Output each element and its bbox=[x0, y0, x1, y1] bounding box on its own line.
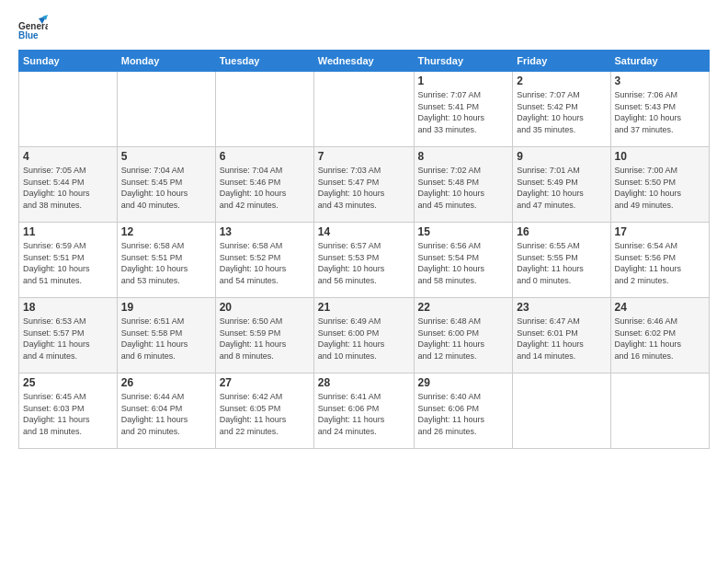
calendar-cell: 10Sunrise: 7:00 AM Sunset: 5:50 PM Dayli… bbox=[610, 147, 709, 223]
day-info: Sunrise: 6:56 AM Sunset: 5:54 PM Dayligh… bbox=[418, 240, 509, 286]
weekday-header-wednesday: Wednesday bbox=[313, 51, 414, 72]
day-number: 28 bbox=[318, 376, 410, 389]
calendar-table: SundayMondayTuesdayWednesdayThursdayFrid… bbox=[18, 50, 710, 449]
calendar-cell: 12Sunrise: 6:58 AM Sunset: 5:51 PM Dayli… bbox=[117, 223, 215, 298]
calendar-cell: 26Sunrise: 6:44 AM Sunset: 6:04 PM Dayli… bbox=[117, 373, 215, 449]
calendar-cell: 18Sunrise: 6:53 AM Sunset: 5:57 PM Dayli… bbox=[19, 298, 118, 373]
calendar-cell: 15Sunrise: 6:56 AM Sunset: 5:54 PM Dayli… bbox=[414, 223, 513, 298]
day-number: 7 bbox=[318, 150, 410, 163]
calendar-cell bbox=[610, 373, 709, 449]
day-number: 21 bbox=[318, 301, 410, 314]
day-number: 26 bbox=[121, 376, 211, 389]
calendar-cell: 16Sunrise: 6:55 AM Sunset: 5:55 PM Dayli… bbox=[513, 223, 610, 298]
day-info: Sunrise: 6:48 AM Sunset: 6:00 PM Dayligh… bbox=[418, 316, 509, 362]
calendar-cell: 8Sunrise: 7:02 AM Sunset: 5:48 PM Daylig… bbox=[414, 147, 513, 223]
logo: General Blue bbox=[18, 15, 51, 44]
svg-text:Blue: Blue bbox=[18, 30, 39, 40]
day-info: Sunrise: 7:03 AM Sunset: 5:47 PM Dayligh… bbox=[318, 165, 410, 211]
day-info: Sunrise: 6:41 AM Sunset: 6:06 PM Dayligh… bbox=[318, 391, 410, 437]
day-number: 4 bbox=[23, 150, 113, 163]
calendar-cell: 6Sunrise: 7:04 AM Sunset: 5:46 PM Daylig… bbox=[215, 147, 313, 223]
calendar-cell: 19Sunrise: 6:51 AM Sunset: 5:58 PM Dayli… bbox=[117, 298, 215, 373]
day-info: Sunrise: 6:44 AM Sunset: 6:04 PM Dayligh… bbox=[121, 391, 211, 437]
day-info: Sunrise: 6:53 AM Sunset: 5:57 PM Dayligh… bbox=[23, 316, 113, 362]
calendar-cell: 28Sunrise: 6:41 AM Sunset: 6:06 PM Dayli… bbox=[313, 373, 414, 449]
calendar-cell: 23Sunrise: 6:47 AM Sunset: 6:01 PM Dayli… bbox=[513, 298, 610, 373]
day-info: Sunrise: 6:49 AM Sunset: 6:00 PM Dayligh… bbox=[318, 316, 410, 362]
day-number: 29 bbox=[418, 376, 509, 389]
day-info: Sunrise: 6:58 AM Sunset: 5:52 PM Dayligh… bbox=[220, 240, 310, 286]
weekday-header-sunday: Sunday bbox=[19, 51, 118, 72]
day-info: Sunrise: 7:02 AM Sunset: 5:48 PM Dayligh… bbox=[418, 165, 509, 211]
calendar-week-1: 1Sunrise: 7:07 AM Sunset: 5:41 PM Daylig… bbox=[19, 72, 710, 147]
calendar-cell: 7Sunrise: 7:03 AM Sunset: 5:47 PM Daylig… bbox=[313, 147, 414, 223]
calendar-week-5: 25Sunrise: 6:45 AM Sunset: 6:03 PM Dayli… bbox=[19, 373, 710, 449]
day-info: Sunrise: 6:40 AM Sunset: 6:06 PM Dayligh… bbox=[418, 391, 509, 437]
day-info: Sunrise: 7:06 AM Sunset: 5:43 PM Dayligh… bbox=[615, 89, 705, 135]
day-info: Sunrise: 6:51 AM Sunset: 5:58 PM Dayligh… bbox=[121, 316, 211, 362]
day-number: 11 bbox=[23, 225, 113, 238]
calendar-cell: 1Sunrise: 7:07 AM Sunset: 5:41 PM Daylig… bbox=[414, 72, 513, 147]
day-number: 12 bbox=[121, 225, 211, 238]
day-number: 19 bbox=[121, 301, 211, 314]
calendar-week-3: 11Sunrise: 6:59 AM Sunset: 5:51 PM Dayli… bbox=[19, 223, 710, 298]
weekday-header-friday: Friday bbox=[513, 51, 610, 72]
day-number: 13 bbox=[220, 225, 310, 238]
calendar-cell bbox=[215, 72, 313, 147]
calendar-cell: 20Sunrise: 6:50 AM Sunset: 5:59 PM Dayli… bbox=[215, 298, 313, 373]
calendar-cell: 29Sunrise: 6:40 AM Sunset: 6:06 PM Dayli… bbox=[414, 373, 513, 449]
calendar-cell: 4Sunrise: 7:05 AM Sunset: 5:44 PM Daylig… bbox=[19, 147, 118, 223]
day-info: Sunrise: 6:58 AM Sunset: 5:51 PM Dayligh… bbox=[121, 240, 211, 286]
weekday-header-monday: Monday bbox=[117, 51, 215, 72]
day-info: Sunrise: 6:50 AM Sunset: 5:59 PM Dayligh… bbox=[220, 316, 310, 362]
calendar-cell: 22Sunrise: 6:48 AM Sunset: 6:00 PM Dayli… bbox=[414, 298, 513, 373]
calendar-week-4: 18Sunrise: 6:53 AM Sunset: 5:57 PM Dayli… bbox=[19, 298, 710, 373]
day-number: 20 bbox=[220, 301, 310, 314]
calendar-cell bbox=[513, 373, 610, 449]
day-info: Sunrise: 7:05 AM Sunset: 5:44 PM Dayligh… bbox=[23, 165, 113, 211]
day-number: 14 bbox=[318, 225, 410, 238]
calendar-week-2: 4Sunrise: 7:05 AM Sunset: 5:44 PM Daylig… bbox=[19, 147, 710, 223]
day-number: 22 bbox=[418, 301, 509, 314]
calendar-cell bbox=[19, 72, 118, 147]
calendar-cell: 2Sunrise: 7:07 AM Sunset: 5:42 PM Daylig… bbox=[513, 72, 610, 147]
weekday-header-tuesday: Tuesday bbox=[215, 51, 313, 72]
day-info: Sunrise: 7:07 AM Sunset: 5:42 PM Dayligh… bbox=[517, 89, 606, 135]
calendar-cell: 14Sunrise: 6:57 AM Sunset: 5:53 PM Dayli… bbox=[313, 223, 414, 298]
day-info: Sunrise: 7:04 AM Sunset: 5:45 PM Dayligh… bbox=[121, 165, 211, 211]
day-info: Sunrise: 6:54 AM Sunset: 5:56 PM Dayligh… bbox=[615, 240, 705, 286]
weekday-header-row: SundayMondayTuesdayWednesdayThursdayFrid… bbox=[19, 51, 710, 72]
header: General Blue bbox=[18, 15, 710, 44]
calendar-cell: 25Sunrise: 6:45 AM Sunset: 6:03 PM Dayli… bbox=[19, 373, 118, 449]
day-info: Sunrise: 7:07 AM Sunset: 5:41 PM Dayligh… bbox=[418, 89, 509, 135]
day-info: Sunrise: 6:42 AM Sunset: 6:05 PM Dayligh… bbox=[220, 391, 310, 437]
day-number: 9 bbox=[517, 150, 606, 163]
calendar-cell: 3Sunrise: 7:06 AM Sunset: 5:43 PM Daylig… bbox=[610, 72, 709, 147]
page-container: General Blue SundayMondayTuesdayWednesda… bbox=[0, 0, 728, 563]
day-number: 1 bbox=[418, 75, 509, 87]
calendar-cell: 21Sunrise: 6:49 AM Sunset: 6:00 PM Dayli… bbox=[313, 298, 414, 373]
day-info: Sunrise: 7:01 AM Sunset: 5:49 PM Dayligh… bbox=[517, 165, 606, 211]
day-number: 15 bbox=[418, 225, 509, 238]
calendar-cell: 9Sunrise: 7:01 AM Sunset: 5:49 PM Daylig… bbox=[513, 147, 610, 223]
day-number: 8 bbox=[418, 150, 509, 163]
day-number: 25 bbox=[23, 376, 113, 389]
day-number: 16 bbox=[517, 225, 606, 238]
day-number: 23 bbox=[517, 301, 606, 314]
day-info: Sunrise: 7:04 AM Sunset: 5:46 PM Dayligh… bbox=[220, 165, 310, 211]
calendar-cell: 17Sunrise: 6:54 AM Sunset: 5:56 PM Dayli… bbox=[610, 223, 709, 298]
calendar-cell bbox=[313, 72, 414, 147]
day-info: Sunrise: 6:55 AM Sunset: 5:55 PM Dayligh… bbox=[517, 240, 606, 286]
weekday-header-saturday: Saturday bbox=[610, 51, 709, 72]
day-info: Sunrise: 6:46 AM Sunset: 6:02 PM Dayligh… bbox=[615, 316, 705, 362]
day-info: Sunrise: 6:59 AM Sunset: 5:51 PM Dayligh… bbox=[23, 240, 113, 286]
weekday-header-thursday: Thursday bbox=[414, 51, 513, 72]
day-number: 10 bbox=[615, 150, 705, 163]
day-number: 3 bbox=[615, 75, 705, 87]
day-number: 17 bbox=[615, 225, 705, 238]
day-number: 24 bbox=[615, 301, 705, 314]
day-info: Sunrise: 6:57 AM Sunset: 5:53 PM Dayligh… bbox=[318, 240, 410, 286]
day-info: Sunrise: 6:47 AM Sunset: 6:01 PM Dayligh… bbox=[517, 316, 606, 362]
day-number: 18 bbox=[23, 301, 113, 314]
day-info: Sunrise: 7:00 AM Sunset: 5:50 PM Dayligh… bbox=[615, 165, 705, 211]
